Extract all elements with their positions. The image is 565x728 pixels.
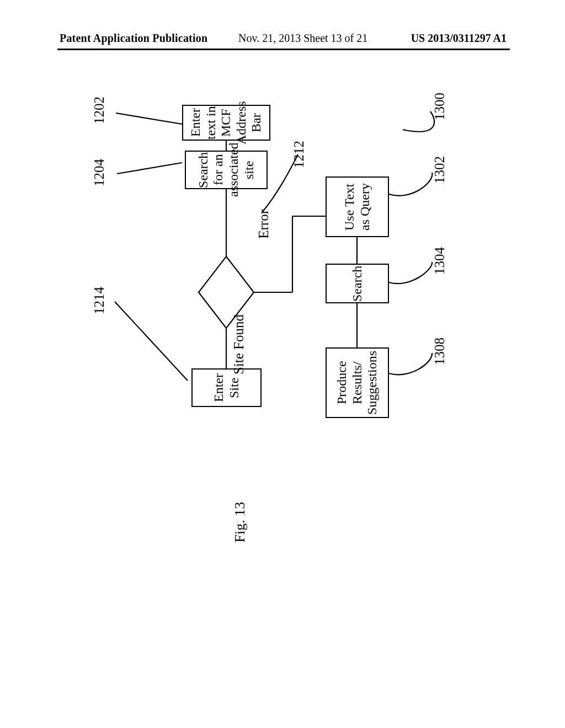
ref-1304: 1304 (432, 247, 447, 275)
ref-1204: 1204 (92, 159, 107, 186)
ref-1308: 1308 (432, 338, 447, 365)
box-enter-text: Enter text in MCF Address Bar (182, 105, 270, 141)
ref-1300: 1300 (432, 93, 447, 120)
page-header: Patent Application Publication Nov. 21, … (0, 32, 565, 54)
edge-label-site-found: Site Found (231, 314, 247, 374)
box-search: Search (326, 264, 389, 303)
header-rule (57, 49, 510, 50)
box-search-associated-label: Search for an associated site (188, 155, 264, 185)
page: Patent Application Publication Nov. 21, … (0, 0, 565, 728)
box-produce-results: Produce Results/ Suggestions (326, 347, 389, 418)
figure-caption: Fig. 13 (232, 502, 248, 543)
box-use-text-as-query-label: Use Text as Query (329, 181, 386, 233)
box-search-label: Search (329, 268, 386, 299)
header-right: US 2013/0311297 A1 (411, 32, 507, 45)
header-mid: Nov. 21, 2013 Sheet 13 of 21 (238, 32, 367, 45)
svg-line-0 (116, 113, 182, 124)
box-enter-site-label: Enter Site (195, 373, 258, 403)
box-use-text-as-query: Use Text as Query (326, 176, 389, 237)
ref-1302: 1302 (432, 156, 447, 184)
svg-line-1 (117, 163, 182, 174)
flowchart: Enter text in MCF Address Bar Search for… (72, 88, 497, 546)
ref-1212: 1212 (291, 141, 307, 168)
box-enter-site: Enter Site (191, 368, 262, 407)
svg-line-2 (115, 302, 188, 381)
box-produce-results-label: Produce Results/ Suggestions (329, 352, 386, 414)
ref-1214: 1214 (92, 287, 107, 314)
ref-1202: 1202 (92, 97, 107, 124)
box-enter-text-label: Enter text in MCF Address Bar (185, 109, 267, 136)
edge-label-error: Error (256, 210, 271, 239)
box-search-associated: Search for an associated site (185, 151, 268, 189)
header-left: Patent Application Publication (60, 32, 207, 45)
